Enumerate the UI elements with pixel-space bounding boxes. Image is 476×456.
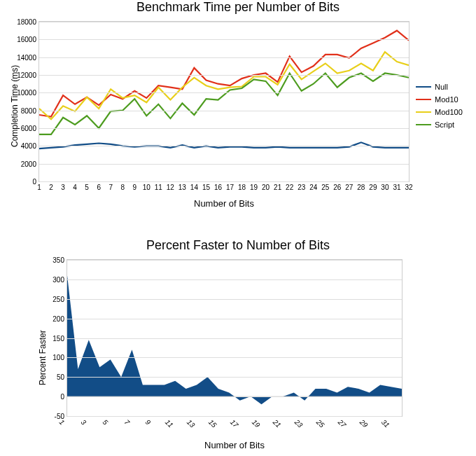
x-tick-label: 5 [85, 181, 89, 191]
y-tick-label: 12000 [17, 71, 39, 79]
gridline [39, 57, 409, 58]
x-tick-label: 11 [164, 416, 176, 429]
x-tick-label: 17 [229, 416, 241, 429]
chart1-svg [39, 22, 409, 181]
x-tick-label: 31 [393, 181, 400, 191]
gridline [67, 299, 402, 300]
gridline [39, 164, 409, 165]
x-tick-label: 23 [298, 181, 305, 191]
x-tick-label: 16 [214, 181, 222, 191]
gridline [39, 111, 409, 111]
x-tick-label: 9 [132, 181, 136, 191]
y-tick-label: 300 [52, 275, 67, 283]
y-tick-label: 16000 [17, 36, 39, 43]
y-tick-label: 10000 [17, 89, 39, 97]
x-tick-label: 19 [250, 416, 262, 429]
gridline [39, 75, 409, 76]
y-tick-label: 150 [52, 334, 67, 342]
x-tick-label: 27 [337, 416, 349, 429]
chart2-x-axis-label: Number of Bits [66, 440, 402, 450]
gridline [67, 357, 402, 358]
x-tick-label: 19 [250, 181, 258, 191]
x-tick-label: 3 [61, 181, 65, 191]
chart1-title: Benchmark Time per Number of Bits [0, 0, 476, 15]
y-tick-label: 250 [52, 295, 67, 303]
chart1-plot-area: 0200040006000800010000120001400016000180… [38, 21, 410, 182]
y-tick-label: 18000 [17, 18, 39, 26]
legend-label: Mod10 [435, 95, 458, 104]
gridline [39, 181, 409, 182]
legend-label: Mod100 [435, 108, 463, 116]
chart1-x-axis-label: Number of Bits [38, 198, 410, 209]
x-tick-label: 25 [321, 181, 329, 191]
gridline [39, 128, 409, 129]
x-tick-label: 26 [333, 181, 341, 191]
y-tick-label: 6000 [21, 125, 39, 132]
x-tick-label: 13 [186, 416, 198, 429]
page: Benchmark Time per Number of Bits 020004… [0, 0, 476, 456]
x-tick-label: 15 [202, 181, 210, 191]
x-tick-label: 14 [190, 181, 198, 191]
legend-item: Mod100 [416, 106, 463, 118]
y-tick-label: 14000 [17, 53, 39, 61]
x-tick-label: 7 [108, 181, 113, 191]
x-tick-label: 10 [143, 181, 150, 191]
gridline [67, 319, 402, 319]
x-tick-label: 27 [345, 181, 353, 191]
x-tick-label: 28 [357, 181, 365, 191]
gridline [67, 260, 402, 261]
y-tick-label: 100 [52, 354, 67, 361]
x-tick-label: 4 [73, 181, 77, 191]
legend-item: Mod10 [416, 93, 463, 106]
y-tick-label: 50 [57, 373, 67, 381]
gridline [39, 92, 409, 93]
x-tick-label: 7 [122, 416, 133, 427]
legend-label: Null [435, 83, 448, 91]
series-area [67, 275, 402, 404]
legend-swatch [416, 124, 431, 125]
gridline [67, 396, 402, 397]
legend-item: Script [416, 118, 463, 131]
x-tick-label: 25 [315, 416, 328, 429]
legend-swatch [416, 86, 431, 88]
x-tick-label: 3 [79, 416, 90, 427]
gridline [39, 39, 409, 40]
gridline [39, 22, 409, 22]
gridline [67, 377, 402, 378]
x-tick-label: 6 [97, 181, 101, 191]
y-tick-label: 8000 [21, 106, 39, 114]
x-tick-label: 21 [272, 416, 284, 429]
x-tick-label: 30 [381, 181, 388, 191]
x-tick-label: 24 [309, 181, 317, 191]
x-tick-label: 9 [144, 416, 155, 427]
y-tick-label: 4000 [21, 142, 39, 150]
x-tick-label: 1 [37, 181, 41, 191]
x-tick-label: 18 [238, 181, 246, 191]
legend-label: Script [435, 120, 454, 129]
chart2-plot-area: -500501001502002503003501357911131517192… [66, 259, 402, 417]
gridline [67, 338, 402, 339]
x-tick-label: 13 [178, 181, 186, 191]
legend-item: Null [416, 81, 463, 93]
y-tick-label: 0 [60, 393, 67, 401]
x-tick-label: 29 [358, 416, 371, 429]
gridline [39, 146, 409, 146]
y-tick-label: 200 [52, 315, 67, 322]
x-tick-label: 15 [207, 416, 220, 429]
gridline [67, 279, 402, 280]
x-tick-label: 5 [101, 416, 111, 427]
chart1-y-axis-label: Completion Time (ms) [10, 65, 20, 147]
y-tick-label: 2000 [21, 160, 39, 167]
x-tick-label: 23 [293, 416, 306, 429]
x-tick-label: 21 [274, 181, 281, 191]
series-line [39, 52, 409, 119]
legend-swatch [416, 99, 431, 100]
x-tick-label: 32 [405, 181, 412, 191]
chart2-title: Percent Faster to Number of Bits [0, 238, 476, 253]
x-tick-label: 22 [286, 181, 293, 191]
y-tick-label: 350 [52, 256, 67, 264]
x-tick-label: 17 [226, 181, 234, 191]
x-tick-label: 2 [49, 181, 53, 191]
x-tick-label: 20 [262, 181, 270, 191]
x-tick-label: 31 [379, 416, 392, 429]
